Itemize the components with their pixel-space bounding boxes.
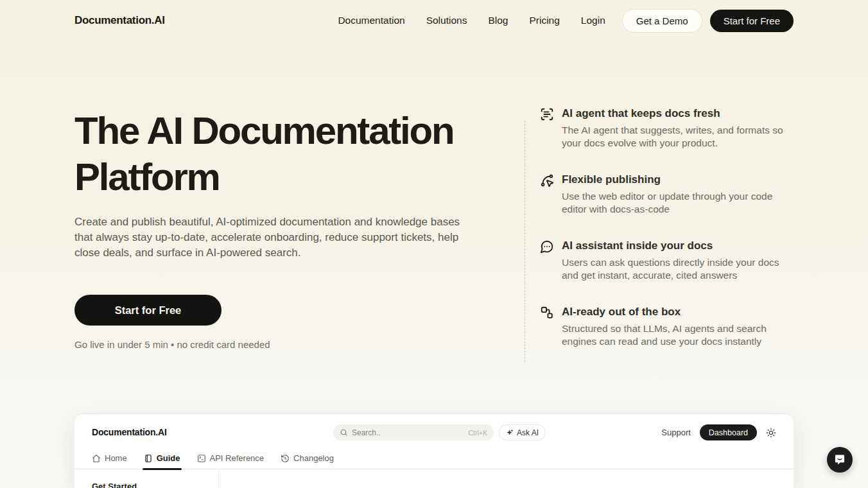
feature-text: AI agent that keeps docs fresh The AI ag… [562,107,798,150]
nav-link-pricing[interactable]: Pricing [529,15,559,26]
sidebar-heading: Get Started [92,482,137,488]
hero-title-line2: Platform [74,155,220,198]
preview-logo[interactable]: Documentation.AI [92,427,167,437]
nav-link-solutions[interactable]: Solutions [426,15,467,26]
search-input[interactable] [352,428,465,437]
ask-ai-button[interactable]: Ask AI [499,424,546,440]
hero-cta-subtext: Go live in under 5 min • no credit card … [74,339,498,350]
nav-buttons: Get a Demo Start for Free [622,9,794,33]
terminal-square-icon [197,454,206,463]
preview-content: Get Started [74,469,794,488]
feature-description: Use the web editor or update through you… [562,190,798,216]
nav-link-login[interactable]: Login [581,15,605,26]
spline-pointer-icon [540,173,554,187]
chat-bubble-smile-icon [833,453,846,466]
nav-link-blog[interactable]: Blog [488,15,508,26]
history-icon [281,454,290,463]
preview-tab-bar: Home Guide API Reference [74,450,794,469]
chat-launcher-button[interactable] [827,447,853,473]
get-demo-button[interactable]: Get a Demo [622,9,702,33]
tab-guide[interactable]: Guide [144,453,180,469]
tab-label: API Reference [210,453,265,463]
tab-changelog[interactable]: Changelog [281,453,334,469]
ask-ai-label: Ask AI [517,428,539,437]
top-navigation: Documentation.AI Documentation Solutions… [0,0,868,41]
book-icon [144,454,153,463]
tab-label: Changelog [293,453,334,463]
dashboard-button[interactable]: Dashboard [700,424,757,440]
nav-links: Documentation Solutions Blog Pricing Log… [338,15,605,26]
sparkles-icon [506,429,514,437]
hero-title-line1: The AI Documentation [74,109,453,152]
hero-description: Create and publish beautiful, AI-optimiz… [74,214,476,261]
feature-title: Flexible publishing [562,173,798,187]
feature-text: AI-ready out of the box Structured so th… [562,305,798,348]
theme-toggle-sun-icon[interactable] [766,428,776,438]
sidebar-divider [218,469,219,488]
feature-title: AI-ready out of the box [562,305,798,319]
docs-preview-card: Documentation.AI Ctrl+K Ask AI Support D… [74,414,794,488]
feature-title: AI agent that keeps docs fresh [562,107,798,121]
tab-label: Guide [157,453,180,463]
search-icon [340,428,348,437]
hero-start-free-button[interactable]: Start for Free [74,295,221,326]
hero-section: The AI Documentation Platform Create and… [74,108,498,350]
scan-text-icon [540,107,554,121]
tab-label: Home [105,453,127,463]
feature-description: Structured so that LLMs, AI agents and s… [562,322,798,348]
start-free-button[interactable]: Start for Free [710,10,794,32]
support-link[interactable]: Support [661,428,691,437]
feature-item: Flexible publishing Use the web editor o… [540,173,794,216]
tab-api-reference[interactable]: API Reference [197,453,265,469]
home-icon [92,454,101,463]
search-shortcut: Ctrl+K [469,429,487,437]
feature-description: Users can ask questions directly inside … [562,256,798,282]
feature-item: AI assistant inside your docs Users can … [540,239,794,282]
search-bar[interactable]: Ctrl+K [333,424,494,440]
tab-home[interactable]: Home [92,453,127,469]
nav-link-documentation[interactable]: Documentation [338,15,404,26]
feature-item: AI agent that keeps docs fresh The AI ag… [540,107,794,150]
preview-header: Documentation.AI Ctrl+K Ask AI Support D… [74,414,794,450]
linked-nodes-icon [540,306,554,320]
feature-title: AI assistant inside your docs [562,239,798,253]
feature-item: AI-ready out of the box Structured so th… [540,305,794,348]
preview-header-actions: Support Dashboard [661,424,776,440]
hero-title: The AI Documentation Platform [74,108,498,200]
feature-text: Flexible publishing Use the web editor o… [562,173,798,216]
site-logo[interactable]: Documentation.AI [74,14,165,27]
chat-bubble-dots-icon [540,240,554,254]
feature-description: The AI agent that suggests, writes, and … [562,124,798,150]
feature-text: AI assistant inside your docs Users can … [562,239,798,282]
feature-list: AI agent that keeps docs fresh The AI ag… [525,107,794,371]
